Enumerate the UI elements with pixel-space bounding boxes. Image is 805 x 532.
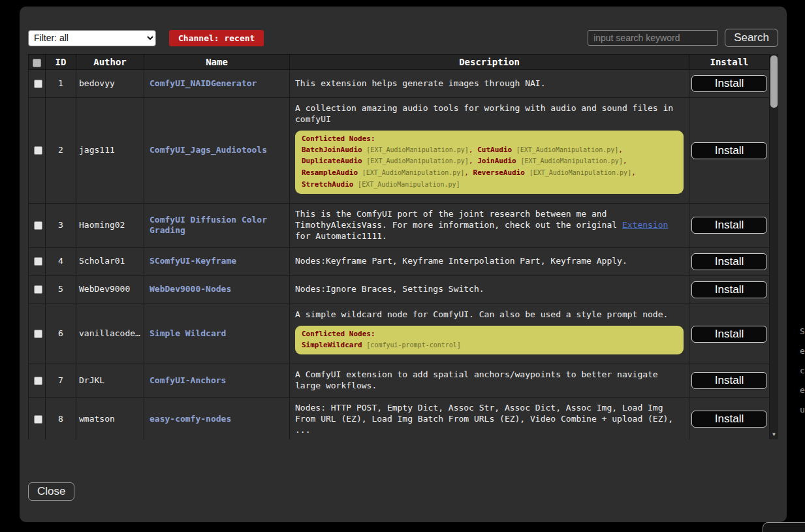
row-extension-name[interactable]: ComfyUI Diffusion Color Grading (144, 204, 290, 248)
conflict-node-source: [comfyui-prompt-control] (366, 341, 461, 349)
table-scrollbar[interactable]: ▼ (770, 54, 778, 439)
table-header-row: ID Author Name Description Install (29, 55, 770, 70)
conflicted-nodes-title: Conflicted Nodes: (302, 330, 677, 338)
row-checkbox-cell (29, 275, 46, 304)
filter-select[interactable]: Filter: all (28, 30, 156, 46)
extensions-tbody: 1bedovyyComfyUI_NAIDGeneratorThis extens… (29, 70, 770, 440)
row-id: 2 (46, 98, 76, 204)
row-extension-name[interactable]: ComfyUI_Jags_Audiotools (144, 98, 290, 204)
table-row: 1bedovyyComfyUI_NAIDGeneratorThis extens… (29, 70, 770, 98)
row-extension-name[interactable]: WebDev9000-Nodes (144, 275, 290, 304)
custom-nodes-dialog: Filter: all Channel: recent Search ID Au… (20, 7, 787, 522)
row-checkbox[interactable] (34, 377, 42, 385)
extensions-table-container: ID Author Name Description Install 1bedo… (28, 54, 778, 439)
conflict-node-source: [EXT_AudioManipulation.py] (520, 157, 623, 164)
row-author: DrJKL (76, 364, 144, 398)
row-checkbox[interactable] (34, 285, 42, 294)
row-install-cell: Install (689, 364, 770, 398)
conflict-node-name: SimpleWildcard (302, 341, 362, 349)
row-id: 5 (46, 275, 76, 304)
extensions-table: ID Author Name Description Install 1bedo… (28, 54, 770, 439)
conflict-node-name: ReverseAudio (473, 168, 525, 177)
conflicted-nodes-list: BatchJoinAudio [EXT_AudioManipulation.py… (302, 144, 677, 190)
conflict-node-source: [EXT_AudioManipulation.py] (362, 169, 465, 176)
row-extension-name[interactable]: ComfyUI-Anchors (144, 364, 290, 398)
conflict-node-source: [EXT_AudioManipulation.py] (366, 146, 469, 153)
scrollbar-thumb[interactable] (770, 55, 778, 108)
row-description: A collection amazing audio tools for wor… (290, 98, 689, 204)
conflict-node-source: [EXT_AudioManipulation.py] (516, 146, 619, 153)
row-checkbox-cell (29, 247, 46, 275)
description-text: Nodes:Keyframe Part, Keyframe Interpolat… (295, 256, 684, 267)
row-checkbox-cell (29, 98, 46, 204)
search-input[interactable] (588, 30, 718, 46)
table-row: 5WebDev9000WebDev9000-NodesNodes:Ignore … (29, 275, 770, 304)
row-id: 1 (46, 70, 76, 98)
row-author: bedovyy (76, 70, 144, 98)
row-install-cell: Install (689, 204, 770, 248)
install-button[interactable]: Install (691, 281, 767, 298)
close-button[interactable]: Close (28, 482, 74, 501)
description-text: A ComfyUI extension to add spatial ancho… (295, 369, 684, 392)
row-id: 7 (46, 364, 76, 398)
row-checkbox[interactable] (34, 146, 42, 155)
table-row: 3Haoming02ComfyUI Diffusion Color Gradin… (29, 204, 770, 248)
description-text: A collection amazing audio tools for wor… (295, 103, 684, 125)
row-checkbox[interactable] (34, 415, 42, 424)
select-all-cell (29, 55, 46, 70)
row-description: A ComfyUI extension to add spatial ancho… (290, 364, 689, 398)
search-button[interactable]: Search (725, 29, 778, 47)
row-checkbox[interactable] (34, 221, 42, 230)
scroll-down-icon[interactable]: ▼ (770, 431, 778, 438)
row-author: vanillacode… (76, 304, 144, 364)
install-button[interactable]: Install (691, 253, 767, 270)
row-id: 4 (46, 247, 76, 275)
install-button[interactable]: Install (691, 326, 767, 343)
row-extension-name[interactable]: SComfyUI-Keyframe (144, 247, 290, 275)
row-description: A simple wildcard node for ComfyUI. Can … (290, 304, 689, 364)
row-install-cell: Install (689, 70, 770, 98)
conflict-node-source: [EXT_AudioManipulation.py] (366, 157, 469, 164)
table-row: 7DrJKLComfyUI-AnchorsA ComfyUI extension… (29, 364, 770, 398)
row-install-cell: Install (689, 98, 770, 204)
partial-corner-button[interactable] (763, 522, 805, 532)
row-extension-name[interactable]: easy-comfy-nodes (144, 398, 290, 439)
description-link[interactable]: Extension (622, 220, 668, 230)
header-name: Name (144, 55, 290, 70)
row-author: wmatson (76, 398, 144, 439)
table-row: 2jags111ComfyUI_Jags_AudiotoolsA collect… (29, 98, 770, 204)
row-checkbox-cell (29, 364, 46, 398)
row-author: Scholar01 (76, 247, 144, 275)
row-author: Haoming02 (76, 204, 144, 248)
edge-fragment: c (800, 366, 805, 375)
header-author: Author (76, 55, 144, 70)
edge-fragment: u (800, 405, 805, 415)
conflict-node-name: CutAudio (477, 146, 512, 154)
conflict-node-name: StretchAudio (302, 180, 353, 189)
conflict-node-name: JoinAudio (477, 157, 516, 165)
table-row: 8wmatsoneasy-comfy-nodesNodes: HTTP POST… (29, 398, 770, 439)
select-all-checkbox[interactable] (33, 59, 41, 67)
row-install-cell: Install (689, 398, 770, 439)
install-button[interactable]: Install (691, 372, 767, 389)
row-checkbox[interactable] (34, 257, 42, 266)
row-extension-name[interactable]: ComfyUI_NAIDGenerator (144, 70, 290, 98)
install-button[interactable]: Install (691, 75, 767, 92)
description-text: Nodes: HTTP POST, Empty Dict, Assoc Str,… (295, 403, 684, 436)
install-button[interactable]: Install (691, 217, 767, 234)
conflicted-nodes-title: Conflicted Nodes: (302, 134, 677, 143)
row-id: 3 (46, 204, 76, 248)
toolbar: Filter: all Channel: recent Search (28, 29, 778, 47)
table-row: 4Scholar01SComfyUI-KeyframeNodes:Keyfram… (29, 247, 770, 275)
edge-fragment: e (800, 346, 805, 356)
table-row: 6vanillacode…Simple WildcardA simple wil… (29, 304, 770, 364)
row-checkbox-cell (29, 204, 46, 248)
conflicted-nodes-list: SimpleWildcard [comfyui-prompt-control] (302, 339, 677, 351)
install-button[interactable]: Install (691, 142, 767, 159)
row-extension-name[interactable]: Simple Wildcard (144, 304, 290, 364)
row-author: jags111 (76, 98, 144, 204)
conflicted-nodes-box: Conflicted Nodes:BatchJoinAudio [EXT_Aud… (295, 131, 684, 194)
row-checkbox[interactable] (34, 80, 42, 88)
row-checkbox[interactable] (34, 330, 42, 338)
install-button[interactable]: Install (691, 411, 767, 428)
